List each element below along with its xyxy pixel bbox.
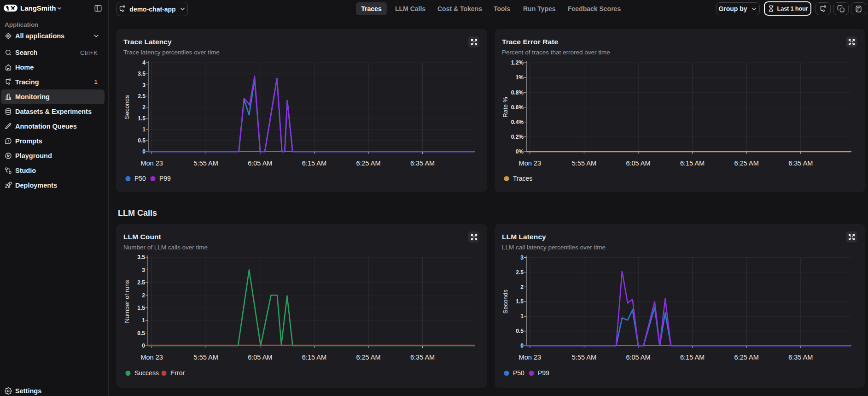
svg-text:Traces: Traces xyxy=(513,175,532,182)
svg-text:6:25 AM: 6:25 AM xyxy=(356,354,380,361)
svg-text:0%: 0% xyxy=(516,148,524,155)
svg-text:Success: Success xyxy=(134,369,159,377)
svg-text:0: 0 xyxy=(142,343,145,349)
svg-text:0.2%: 0.2% xyxy=(511,134,524,140)
svg-text:6:35 AM: 6:35 AM xyxy=(410,160,435,167)
svg-text:5:55 AM: 5:55 AM xyxy=(194,160,218,167)
svg-text:2: 2 xyxy=(142,292,145,299)
svg-text:3.5: 3.5 xyxy=(137,254,145,260)
svg-text:5:55 AM: 5:55 AM xyxy=(194,354,218,361)
svg-text:Mon 23: Mon 23 xyxy=(519,160,541,167)
svg-text:3.5: 3.5 xyxy=(138,71,146,77)
svg-text:P50: P50 xyxy=(134,175,146,182)
svg-text:6:15 AM: 6:15 AM xyxy=(302,160,326,167)
svg-text:3: 3 xyxy=(142,82,146,89)
svg-text:6:25 AM: 6:25 AM xyxy=(734,354,759,361)
svg-text:6:05 AM: 6:05 AM xyxy=(248,160,272,167)
svg-text:6:25 AM: 6:25 AM xyxy=(734,160,759,167)
svg-text:1: 1 xyxy=(142,126,146,133)
svg-text:2: 2 xyxy=(520,284,524,290)
svg-text:P50: P50 xyxy=(513,369,524,377)
svg-text:P99: P99 xyxy=(159,175,171,182)
svg-text:1.5: 1.5 xyxy=(516,298,524,305)
svg-text:6:35 AM: 6:35 AM xyxy=(410,354,435,361)
svg-text:Rate %: Rate % xyxy=(502,97,509,117)
svg-text:0: 0 xyxy=(520,343,524,349)
svg-text:0.6%: 0.6% xyxy=(511,104,524,111)
svg-text:2.5: 2.5 xyxy=(138,93,146,100)
svg-text:1: 1 xyxy=(520,313,524,319)
svg-text:1: 1 xyxy=(142,317,145,324)
svg-text:Seconds: Seconds xyxy=(502,290,509,314)
svg-text:2.5: 2.5 xyxy=(516,269,524,276)
svg-text:3: 3 xyxy=(520,254,524,261)
svg-text:6:15 AM: 6:15 AM xyxy=(680,160,705,167)
svg-text:0.5: 0.5 xyxy=(516,328,524,334)
svg-text:0.4%: 0.4% xyxy=(511,119,524,125)
svg-text:Seconds: Seconds xyxy=(123,95,130,119)
svg-text:1.5: 1.5 xyxy=(137,305,145,311)
svg-text:6:15 AM: 6:15 AM xyxy=(302,354,326,361)
svg-text:0.5: 0.5 xyxy=(137,330,145,337)
svg-text:6:25 AM: 6:25 AM xyxy=(356,160,380,167)
svg-text:1%: 1% xyxy=(516,74,524,81)
svg-text:6:35 AM: 6:35 AM xyxy=(788,354,813,361)
svg-text:Error: Error xyxy=(170,369,185,377)
svg-text:6:15 AM: 6:15 AM xyxy=(680,354,705,361)
svg-text:Mon 23: Mon 23 xyxy=(140,354,163,361)
svg-text:Number of runs: Number of runs xyxy=(123,280,130,323)
svg-text:Mon 23: Mon 23 xyxy=(140,160,163,167)
svg-text:0: 0 xyxy=(142,148,146,155)
svg-text:4: 4 xyxy=(142,59,146,66)
svg-text:0.8%: 0.8% xyxy=(511,89,524,96)
svg-text:6:05 AM: 6:05 AM xyxy=(626,160,650,167)
svg-text:6:05 AM: 6:05 AM xyxy=(248,354,272,361)
svg-text:P99: P99 xyxy=(538,369,549,377)
svg-text:1.5: 1.5 xyxy=(138,115,146,122)
svg-text:3: 3 xyxy=(142,267,145,273)
svg-text:6:05 AM: 6:05 AM xyxy=(626,354,650,361)
svg-text:5:55 AM: 5:55 AM xyxy=(572,160,596,167)
svg-text:2.5: 2.5 xyxy=(137,279,145,286)
svg-text:6:35 AM: 6:35 AM xyxy=(788,160,813,167)
svg-text:Mon 23: Mon 23 xyxy=(519,354,541,361)
svg-text:0.5: 0.5 xyxy=(138,137,146,144)
svg-text:5:55 AM: 5:55 AM xyxy=(572,354,596,361)
svg-text:1.2%: 1.2% xyxy=(511,59,524,66)
svg-text:2: 2 xyxy=(142,104,146,111)
